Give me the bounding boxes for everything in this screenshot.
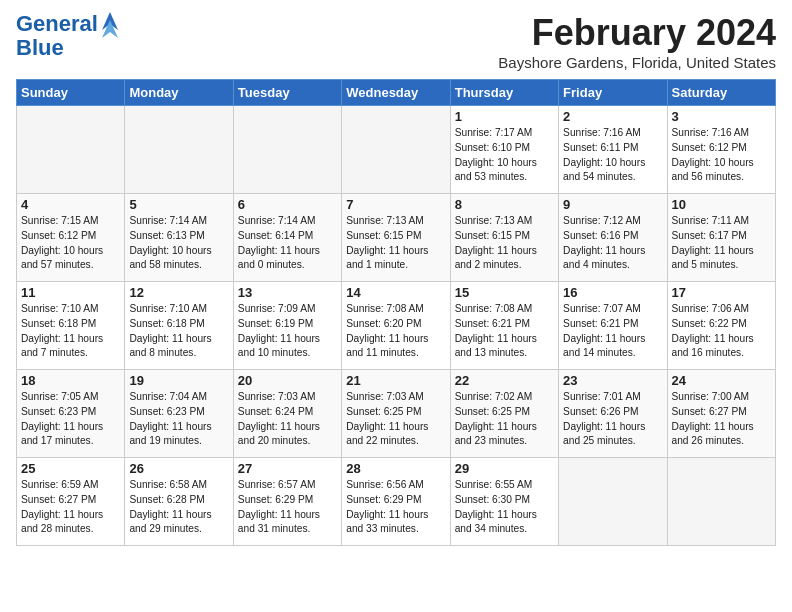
header: General Blue February 2024 Bayshore Gard… [16,12,776,71]
calendar-week-row: 4Sunrise: 7:15 AM Sunset: 6:12 PM Daylig… [17,194,776,282]
calendar-cell [17,106,125,194]
day-info: Sunrise: 7:14 AM Sunset: 6:14 PM Dayligh… [238,214,337,273]
day-info: Sunrise: 7:14 AM Sunset: 6:13 PM Dayligh… [129,214,228,273]
weekday-header: Wednesday [342,80,450,106]
calendar-cell [233,106,341,194]
calendar-cell: 7Sunrise: 7:13 AM Sunset: 6:15 PM Daylig… [342,194,450,282]
day-number: 24 [672,373,771,388]
day-number: 10 [672,197,771,212]
day-number: 26 [129,461,228,476]
day-info: Sunrise: 7:07 AM Sunset: 6:21 PM Dayligh… [563,302,662,361]
day-info: Sunrise: 7:16 AM Sunset: 6:11 PM Dayligh… [563,126,662,185]
day-info: Sunrise: 6:58 AM Sunset: 6:28 PM Dayligh… [129,478,228,537]
calendar-header-row: SundayMondayTuesdayWednesdayThursdayFrid… [17,80,776,106]
day-number: 22 [455,373,554,388]
day-number: 11 [21,285,120,300]
day-number: 28 [346,461,445,476]
calendar-week-row: 18Sunrise: 7:05 AM Sunset: 6:23 PM Dayli… [17,370,776,458]
calendar-cell: 3Sunrise: 7:16 AM Sunset: 6:12 PM Daylig… [667,106,775,194]
calendar-cell: 4Sunrise: 7:15 AM Sunset: 6:12 PM Daylig… [17,194,125,282]
calendar-cell: 16Sunrise: 7:07 AM Sunset: 6:21 PM Dayli… [559,282,667,370]
day-info: Sunrise: 7:09 AM Sunset: 6:19 PM Dayligh… [238,302,337,361]
calendar-cell: 29Sunrise: 6:55 AM Sunset: 6:30 PM Dayli… [450,458,558,546]
day-info: Sunrise: 7:04 AM Sunset: 6:23 PM Dayligh… [129,390,228,449]
day-info: Sunrise: 7:06 AM Sunset: 6:22 PM Dayligh… [672,302,771,361]
day-info: Sunrise: 7:03 AM Sunset: 6:25 PM Dayligh… [346,390,445,449]
calendar-week-row: 1Sunrise: 7:17 AM Sunset: 6:10 PM Daylig… [17,106,776,194]
day-number: 27 [238,461,337,476]
day-info: Sunrise: 7:10 AM Sunset: 6:18 PM Dayligh… [21,302,120,361]
day-info: Sunrise: 7:05 AM Sunset: 6:23 PM Dayligh… [21,390,120,449]
calendar-cell: 26Sunrise: 6:58 AM Sunset: 6:28 PM Dayli… [125,458,233,546]
calendar-cell: 13Sunrise: 7:09 AM Sunset: 6:19 PM Dayli… [233,282,341,370]
logo-text: General Blue [16,12,98,60]
calendar-week-row: 11Sunrise: 7:10 AM Sunset: 6:18 PM Dayli… [17,282,776,370]
day-number: 19 [129,373,228,388]
day-info: Sunrise: 7:12 AM Sunset: 6:16 PM Dayligh… [563,214,662,273]
day-info: Sunrise: 6:56 AM Sunset: 6:29 PM Dayligh… [346,478,445,537]
day-number: 8 [455,197,554,212]
weekday-header: Saturday [667,80,775,106]
day-info: Sunrise: 7:13 AM Sunset: 6:15 PM Dayligh… [455,214,554,273]
logo-line1: General [16,12,98,36]
calendar-table: SundayMondayTuesdayWednesdayThursdayFrid… [16,79,776,546]
calendar-cell: 6Sunrise: 7:14 AM Sunset: 6:14 PM Daylig… [233,194,341,282]
weekday-header: Friday [559,80,667,106]
day-info: Sunrise: 7:15 AM Sunset: 6:12 PM Dayligh… [21,214,120,273]
day-number: 23 [563,373,662,388]
day-info: Sunrise: 7:13 AM Sunset: 6:15 PM Dayligh… [346,214,445,273]
svg-marker-1 [102,20,118,38]
calendar-subtitle: Bayshore Gardens, Florida, United States [498,54,776,71]
day-info: Sunrise: 6:57 AM Sunset: 6:29 PM Dayligh… [238,478,337,537]
day-info: Sunrise: 6:59 AM Sunset: 6:27 PM Dayligh… [21,478,120,537]
day-info: Sunrise: 7:00 AM Sunset: 6:27 PM Dayligh… [672,390,771,449]
day-number: 6 [238,197,337,212]
logo: General Blue [16,12,120,60]
day-number: 15 [455,285,554,300]
calendar-cell: 8Sunrise: 7:13 AM Sunset: 6:15 PM Daylig… [450,194,558,282]
day-info: Sunrise: 7:10 AM Sunset: 6:18 PM Dayligh… [129,302,228,361]
weekday-header: Thursday [450,80,558,106]
weekday-header: Sunday [17,80,125,106]
calendar-title: February 2024 [498,12,776,54]
calendar-cell: 14Sunrise: 7:08 AM Sunset: 6:20 PM Dayli… [342,282,450,370]
calendar-cell: 25Sunrise: 6:59 AM Sunset: 6:27 PM Dayli… [17,458,125,546]
calendar-cell: 20Sunrise: 7:03 AM Sunset: 6:24 PM Dayli… [233,370,341,458]
calendar-cell: 23Sunrise: 7:01 AM Sunset: 6:26 PM Dayli… [559,370,667,458]
calendar-cell: 12Sunrise: 7:10 AM Sunset: 6:18 PM Dayli… [125,282,233,370]
calendar-week-row: 25Sunrise: 6:59 AM Sunset: 6:27 PM Dayli… [17,458,776,546]
day-info: Sunrise: 6:55 AM Sunset: 6:30 PM Dayligh… [455,478,554,537]
day-info: Sunrise: 7:16 AM Sunset: 6:12 PM Dayligh… [672,126,771,185]
calendar-cell [559,458,667,546]
calendar-cell: 28Sunrise: 6:56 AM Sunset: 6:29 PM Dayli… [342,458,450,546]
logo-line2: Blue [16,36,98,60]
calendar-cell: 27Sunrise: 6:57 AM Sunset: 6:29 PM Dayli… [233,458,341,546]
day-number: 1 [455,109,554,124]
day-number: 5 [129,197,228,212]
day-number: 7 [346,197,445,212]
title-block: February 2024 Bayshore Gardens, Florida,… [498,12,776,71]
day-number: 25 [21,461,120,476]
calendar-cell: 10Sunrise: 7:11 AM Sunset: 6:17 PM Dayli… [667,194,775,282]
day-number: 14 [346,285,445,300]
calendar-cell: 9Sunrise: 7:12 AM Sunset: 6:16 PM Daylig… [559,194,667,282]
calendar-cell [125,106,233,194]
day-info: Sunrise: 7:01 AM Sunset: 6:26 PM Dayligh… [563,390,662,449]
calendar-cell [667,458,775,546]
day-number: 12 [129,285,228,300]
day-number: 9 [563,197,662,212]
day-number: 29 [455,461,554,476]
day-info: Sunrise: 7:03 AM Sunset: 6:24 PM Dayligh… [238,390,337,449]
day-number: 4 [21,197,120,212]
day-number: 18 [21,373,120,388]
page: General Blue February 2024 Bayshore Gard… [0,0,792,554]
day-info: Sunrise: 7:17 AM Sunset: 6:10 PM Dayligh… [455,126,554,185]
day-info: Sunrise: 7:02 AM Sunset: 6:25 PM Dayligh… [455,390,554,449]
calendar-cell [342,106,450,194]
day-number: 3 [672,109,771,124]
day-info: Sunrise: 7:08 AM Sunset: 6:20 PM Dayligh… [346,302,445,361]
calendar-cell: 18Sunrise: 7:05 AM Sunset: 6:23 PM Dayli… [17,370,125,458]
day-info: Sunrise: 7:11 AM Sunset: 6:17 PM Dayligh… [672,214,771,273]
day-info: Sunrise: 7:08 AM Sunset: 6:21 PM Dayligh… [455,302,554,361]
weekday-header: Monday [125,80,233,106]
